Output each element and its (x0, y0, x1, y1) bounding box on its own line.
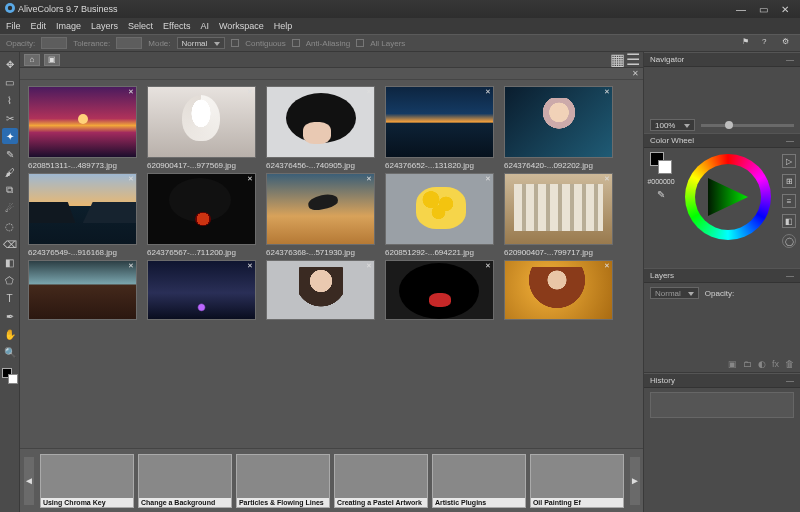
thumbnail[interactable]: ✕624376652-...131820.jpg (385, 86, 494, 171)
thumbnail[interactable]: ✕624376420-...092202.jpg (504, 86, 613, 171)
background-color[interactable] (8, 374, 18, 384)
cw-mode-1[interactable]: ▷ (782, 154, 796, 168)
help-icon[interactable]: ? (762, 37, 774, 49)
mode-dropdown[interactable]: Normal (177, 37, 226, 49)
grid-view-icon[interactable]: ▦ (611, 54, 623, 66)
tool-text[interactable]: T (2, 290, 18, 306)
thumb-close-icon[interactable]: ✕ (604, 175, 610, 183)
tool-blur[interactable]: ◌ (2, 218, 18, 234)
cw-background[interactable] (658, 160, 672, 174)
thumb-close-icon[interactable]: ✕ (604, 262, 610, 270)
tool-crop[interactable]: ✂ (2, 110, 18, 126)
minimize-button[interactable]: — (730, 4, 752, 15)
thumbnail[interactable]: ✕ (28, 260, 137, 320)
layers-header[interactable]: Layers— (644, 268, 800, 283)
thumbnail[interactable]: ✕ (504, 260, 613, 320)
blend-mode-dropdown[interactable]: Normal (650, 287, 699, 299)
thumb-close-icon[interactable]: ✕ (485, 175, 491, 183)
menu-effects[interactable]: Effects (163, 21, 190, 31)
menu-edit[interactable]: Edit (31, 21, 47, 31)
settings-icon[interactable]: ⚙ (782, 37, 794, 49)
thumbnail[interactable]: ✕624376567-...711200.jpg (147, 173, 256, 258)
contiguous-checkbox[interactable] (231, 39, 239, 47)
colorwheel-header[interactable]: Color Wheel— (644, 133, 800, 148)
tool-move[interactable]: ✥ (2, 56, 18, 72)
tool-zoom[interactable]: 🔍 (2, 344, 18, 360)
thumb-close-icon[interactable]: ✕ (247, 262, 253, 270)
panel-collapse-icon[interactable]: — (786, 376, 794, 385)
thumbnail[interactable]: ✕ (266, 260, 375, 320)
tool-pen[interactable]: ✒ (2, 308, 18, 324)
thumb-close-icon[interactable]: ✕ (128, 88, 134, 96)
thumb-close-icon[interactable]: ✕ (366, 175, 372, 183)
menu-file[interactable]: File (6, 21, 21, 31)
tutorial-card[interactable]: Oil Painting Ef (530, 454, 624, 508)
thumbnail[interactable]: ✕620900417-...977569.jpg (147, 86, 256, 171)
cw-mode-3[interactable]: ≡ (782, 194, 796, 208)
tool-magic-wand[interactable]: ✦ (2, 128, 18, 144)
tab-new[interactable]: ▣ (44, 54, 60, 66)
layer-fx-icon[interactable]: fx (772, 359, 779, 369)
layer-folder-icon[interactable]: 🗀 (743, 359, 752, 369)
tool-eraser[interactable]: ⌫ (2, 236, 18, 252)
maximize-button[interactable]: ▭ (752, 4, 774, 15)
tutorial-card[interactable]: Artistic Plugins (432, 454, 526, 508)
tool-shape[interactable]: ⬠ (2, 272, 18, 288)
panel-collapse-icon[interactable]: — (786, 55, 794, 64)
thumbnail[interactable]: ✕624376368-...571930.jpg (266, 173, 375, 258)
tool-clone[interactable]: ⧉ (2, 182, 18, 198)
cw-mode-4[interactable]: ◧ (782, 214, 796, 228)
thumbnail[interactable]: ✕ (147, 260, 256, 320)
tool-selection[interactable]: ▭ (2, 74, 18, 90)
close-icon[interactable]: ✕ (632, 69, 639, 78)
layer-delete-icon[interactable]: 🗑 (785, 359, 794, 369)
tool-eyedropper[interactable]: ✎ (2, 146, 18, 162)
thumbnail[interactable]: ✕624376549-...916168.jpg (28, 173, 137, 258)
tool-smudge[interactable]: ☄ (2, 200, 18, 216)
tab-home[interactable]: ⌂ (24, 54, 40, 66)
thumb-close-icon[interactable]: ✕ (366, 262, 372, 270)
thumb-close-icon[interactable]: ✕ (485, 262, 491, 270)
zoom-slider[interactable] (701, 124, 794, 127)
strip-next-button[interactable]: ► (630, 457, 640, 505)
layer-mask-icon[interactable]: ◐ (758, 359, 766, 369)
navigator-header[interactable]: Navigator— (644, 52, 800, 67)
thumb-close-icon[interactable]: ✕ (247, 88, 253, 96)
menu-workspace[interactable]: Workspace (219, 21, 264, 31)
notify-icon[interactable]: ⚑ (742, 37, 754, 49)
cw-mode-2[interactable]: ⊞ (782, 174, 796, 188)
close-button[interactable]: ✕ (774, 4, 796, 15)
eyedropper-icon[interactable]: ✎ (657, 189, 665, 200)
panel-collapse-icon[interactable]: — (786, 136, 794, 145)
tool-brush[interactable]: 🖌 (2, 164, 18, 180)
tutorial-card[interactable]: Change a Background (138, 454, 232, 508)
thumbnail[interactable]: ✕620900407-...799717.jpg (504, 173, 613, 258)
tool-hand[interactable]: ✋ (2, 326, 18, 342)
tolerance-field[interactable] (116, 37, 142, 49)
panel-collapse-icon[interactable]: — (786, 271, 794, 280)
antialias-checkbox[interactable] (292, 39, 300, 47)
menu-layers[interactable]: Layers (91, 21, 118, 31)
cw-swatch[interactable] (650, 152, 672, 174)
zoom-dropdown[interactable]: 100% (650, 119, 695, 131)
thumb-close-icon[interactable]: ✕ (128, 262, 134, 270)
tool-gradient[interactable]: ◧ (2, 254, 18, 270)
thumbnail[interactable]: ✕620851311-...489773.jpg (28, 86, 137, 171)
tutorial-card[interactable]: Using Chroma Key (40, 454, 134, 508)
thumb-close-icon[interactable]: ✕ (366, 88, 372, 96)
menu-select[interactable]: Select (128, 21, 153, 31)
color-swatch[interactable] (2, 368, 18, 384)
color-wheel[interactable] (685, 154, 771, 240)
thumb-close-icon[interactable]: ✕ (128, 175, 134, 183)
thumbnail[interactable]: ✕624376456-...740905.jpg (266, 86, 375, 171)
alllayers-checkbox[interactable] (356, 39, 364, 47)
thumb-close-icon[interactable]: ✕ (485, 88, 491, 96)
tool-lasso[interactable]: ⌇ (2, 92, 18, 108)
history-header[interactable]: History— (644, 373, 800, 388)
opacity-field[interactable] (41, 37, 67, 49)
cw-mode-5[interactable]: ◯ (782, 234, 796, 248)
tutorial-card[interactable]: Particles & Flowing Lines (236, 454, 330, 508)
thumb-close-icon[interactable]: ✕ (604, 88, 610, 96)
layer-new-icon[interactable]: ▣ (728, 359, 737, 369)
list-view-icon[interactable]: ☰ (627, 54, 639, 66)
